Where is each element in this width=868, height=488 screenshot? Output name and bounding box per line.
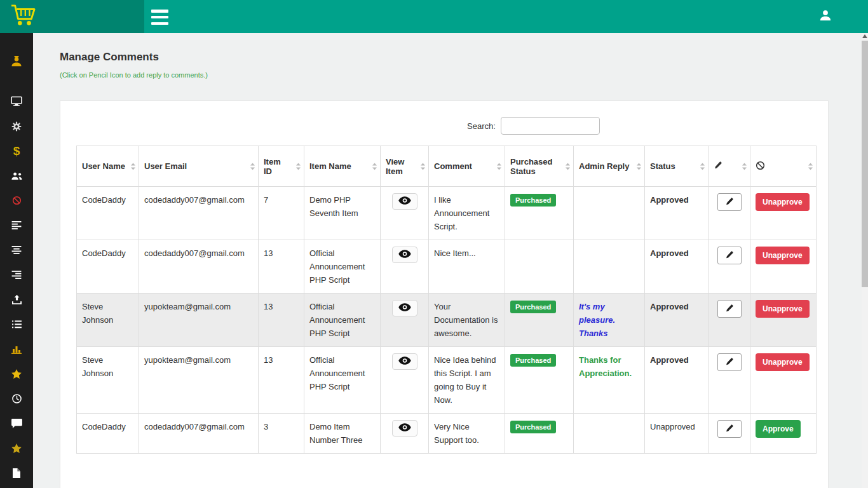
- user-name-cell: CodeDaddy: [77, 414, 139, 454]
- purchased-badge: Purchased: [510, 421, 556, 433]
- sidebar-item-9[interactable]: [0, 262, 33, 287]
- column-header-comment[interactable]: Comment: [429, 146, 505, 187]
- sidebar-item-13[interactable]: [0, 362, 33, 386]
- item-id-cell: 13: [259, 347, 304, 414]
- view-item-button[interactable]: [392, 247, 417, 263]
- main-content: Manage Comments (Click on Pencil Icon to…: [33, 33, 862, 488]
- edit-reply-button[interactable]: [717, 247, 742, 264]
- user-email-cell: yupokteam@gmail.com: [139, 294, 259, 347]
- admin-reply-text: It's my pleasure. Thanks: [579, 302, 615, 338]
- status-cell: Approved: [645, 347, 709, 414]
- sidebar-item-8[interactable]: [0, 238, 33, 262]
- view-item-cell: [381, 347, 429, 414]
- column-label: User Name: [82, 161, 125, 171]
- sidebar-item-12[interactable]: [0, 337, 33, 362]
- align-center-icon: [11, 246, 22, 254]
- sidebar-item-3[interactable]: [0, 114, 33, 139]
- column-label: Purchased Status: [510, 157, 552, 176]
- table-row: CodeDaddy codedaddy007@gmail.com 13 Offi…: [77, 240, 817, 294]
- column-label: Status: [650, 161, 675, 171]
- sidebar-item-2[interactable]: [0, 89, 33, 114]
- item-id-cell: 3: [259, 414, 304, 454]
- upload-icon: [12, 295, 22, 304]
- column-label: Item ID: [264, 157, 281, 176]
- table-body: CodeDaddy codedaddy007@gmail.com 7 Demo …: [77, 187, 817, 454]
- user-name-cell: CodeDaddy: [77, 187, 139, 240]
- sidebar-toggle-button[interactable]: [151, 9, 170, 25]
- purchased-badge: Purchased: [510, 194, 556, 207]
- edit-reply-button[interactable]: [717, 300, 742, 318]
- sidebar-item-4[interactable]: $: [0, 139, 33, 163]
- sidebar-item-17[interactable]: [0, 461, 33, 485]
- sidebar-item-16[interactable]: [0, 436, 33, 461]
- column-header-pencil-icon[interactable]: [709, 146, 750, 187]
- pencil-icon: [725, 250, 734, 261]
- sort-icon: [372, 163, 377, 170]
- gear-icon: [11, 121, 22, 132]
- column-header-user-name[interactable]: User Name: [77, 146, 139, 187]
- approve-toggle-button[interactable]: Unapprove: [756, 353, 810, 371]
- star-icon: [11, 444, 22, 453]
- sidebar-item-6[interactable]: [0, 188, 33, 213]
- view-item-button[interactable]: [392, 420, 417, 437]
- pencil-icon: [725, 304, 734, 315]
- view-item-button[interactable]: [392, 353, 417, 370]
- sort-icon: [131, 163, 135, 170]
- pencil-icon: [714, 162, 722, 172]
- file-icon: [13, 468, 20, 478]
- pencil-icon: [725, 197, 734, 208]
- column-header-purchased-status[interactable]: Purchased Status: [505, 146, 574, 187]
- sidebar-item-11[interactable]: [0, 312, 33, 337]
- column-header-admin-reply[interactable]: Admin Reply: [574, 146, 645, 187]
- comment-cell: Nice Item...: [429, 240, 505, 294]
- edit-cell: [709, 347, 750, 414]
- admin-reply-cell: Thanks for Appreciation.: [574, 347, 645, 414]
- column-header-ban-icon[interactable]: [750, 146, 817, 187]
- scroll-up-arrow-icon[interactable]: [862, 34, 867, 38]
- sidebar-item-7[interactable]: [0, 213, 33, 238]
- dollar-icon: $: [13, 145, 20, 157]
- column-header-item-id[interactable]: Item ID: [259, 146, 304, 187]
- eye-icon: [398, 303, 411, 313]
- user-name-cell: Steve Johnson: [77, 347, 139, 414]
- purchased-status-cell: Purchased: [505, 294, 574, 347]
- status-cell: Approved: [645, 294, 709, 347]
- comments-table: User NameUser EmailItem IDItem NameView …: [76, 146, 817, 454]
- account-menu-button[interactable]: [818, 10, 832, 24]
- search-label: Search:: [467, 121, 496, 131]
- vertical-scrollbar[interactable]: [862, 33, 868, 488]
- comment-cell: Very Nice Support too.: [429, 414, 505, 454]
- list-icon: [12, 320, 22, 329]
- status-cell: Unapproved: [645, 414, 709, 454]
- scrollbar-thumb[interactable]: [862, 41, 868, 287]
- view-item-button[interactable]: [392, 193, 417, 210]
- approve-toggle-button[interactable]: Unapprove: [756, 247, 810, 264]
- column-header-item-name[interactable]: Item Name: [304, 146, 381, 187]
- search-input[interactable]: [501, 117, 600, 135]
- sidebar-item-1[interactable]: [0, 33, 33, 89]
- eye-icon: [398, 356, 411, 367]
- item-id-cell: 13: [259, 240, 304, 294]
- column-label: Comment: [434, 161, 472, 171]
- edit-reply-button[interactable]: [717, 353, 742, 371]
- edit-reply-button[interactable]: [717, 420, 742, 438]
- sort-icon: [637, 163, 641, 170]
- purchased-status-cell: Purchased: [505, 187, 574, 240]
- sidebar-item-14[interactable]: [0, 386, 33, 411]
- view-item-cell: [381, 294, 429, 347]
- edit-reply-button[interactable]: [717, 193, 742, 211]
- approve-toggle-button[interactable]: Unapprove: [756, 300, 810, 318]
- column-header-status[interactable]: Status: [645, 146, 709, 187]
- approve-toggle-button[interactable]: Unapprove: [756, 193, 810, 211]
- column-header-view-item[interactable]: View Item: [381, 146, 429, 187]
- column-header-user-email[interactable]: User Email: [139, 146, 259, 187]
- sidebar-item-15[interactable]: [0, 411, 33, 436]
- view-item-button[interactable]: [392, 300, 417, 316]
- column-label: Item Name: [309, 161, 351, 171]
- comments-card: Search: User NameUser EmailItem IDItem N…: [60, 100, 829, 488]
- admin-reply-text: Thanks for Appreciation.: [579, 355, 632, 378]
- approve-toggle-button[interactable]: Approve: [756, 420, 801, 438]
- brand-logo[interactable]: [0, 0, 144, 33]
- sidebar-item-10[interactable]: [0, 287, 33, 312]
- sidebar-item-5[interactable]: [0, 163, 33, 188]
